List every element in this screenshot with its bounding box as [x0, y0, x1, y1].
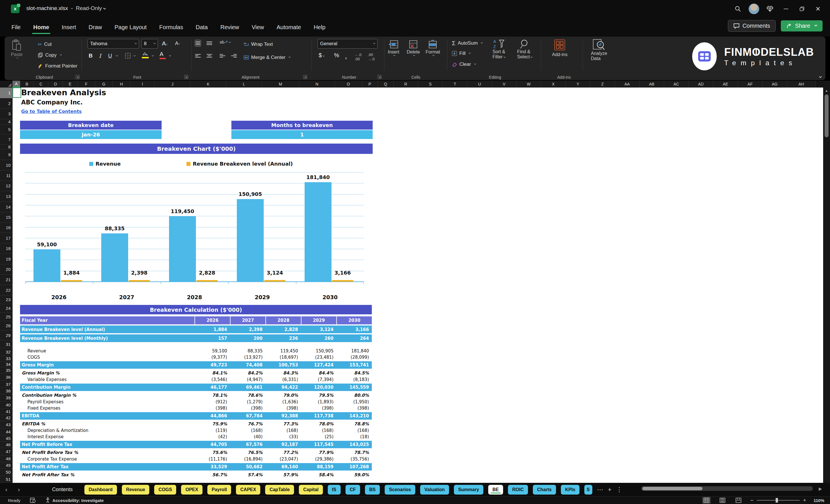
menu-tab-help[interactable]: Help [308, 21, 332, 33]
row-header-32[interactable]: 32 [0, 348, 12, 356]
sheet-tab-scenarios[interactable]: Scenarios [385, 485, 415, 495]
column-header-U[interactable]: U [467, 81, 492, 88]
row-header-48[interactable]: 48 [0, 455, 12, 462]
select-all-corner[interactable] [0, 81, 12, 88]
number-dialog-launcher[interactable]: ⇲ [378, 75, 382, 79]
premium-diamond-icon[interactable] [762, 0, 778, 18]
page-break-view-button[interactable] [734, 497, 743, 504]
column-header-W[interactable]: W [516, 81, 541, 88]
column-header-Y[interactable]: Y [566, 81, 590, 88]
sheet-tab-charts[interactable]: Charts [533, 485, 556, 495]
column-header-C[interactable]: C [34, 81, 48, 88]
fill-button[interactable]: Fill [452, 49, 471, 58]
column-header-H[interactable]: H [113, 81, 130, 88]
menu-tab-view[interactable]: View [246, 21, 270, 33]
account-avatar[interactable] [746, 0, 762, 18]
new-sheet-button[interactable]: + [608, 486, 611, 494]
column-header-M[interactable]: M [262, 81, 299, 88]
clipboard-dialog-launcher[interactable]: ⇲ [75, 75, 79, 79]
column-header-I[interactable]: I [130, 81, 155, 88]
column-header-L[interactable]: L [226, 81, 262, 88]
row-header-38[interactable]: 38 [0, 388, 12, 394]
column-header-AA[interactable]: AA [615, 81, 640, 88]
accounting-format-button[interactable]: $ [319, 52, 324, 59]
row-header-31[interactable]: 31 [0, 340, 12, 348]
row-header-1[interactable]: 1 [0, 88, 12, 98]
row-header-50[interactable]: 50 [0, 469, 12, 476]
sheet-tab-s[interactable]: S [584, 485, 592, 495]
row-header-12[interactable]: 12 [0, 181, 12, 191]
column-header-Z[interactable]: Z [590, 81, 615, 88]
menu-tab-automate[interactable]: Automate [270, 21, 308, 33]
alignment-dialog-launcher[interactable]: ⇲ [303, 75, 307, 79]
row-header-11[interactable]: 11 [0, 170, 12, 181]
row-header-19[interactable]: 19 [0, 254, 12, 264]
sheet-options-button[interactable]: ⋮ [616, 486, 622, 494]
chevron-down-icon[interactable] [103, 7, 106, 10]
column-header-AB[interactable]: AB [640, 81, 664, 88]
sheet-tab-valuation[interactable]: Valuation [420, 485, 449, 495]
close-button[interactable]: × [810, 0, 826, 18]
sheet-tab-capex[interactable]: CAPEX [236, 485, 260, 495]
column-header-S[interactable]: S [418, 81, 443, 88]
align-middle-button[interactable] [195, 40, 201, 46]
fill-color-button[interactable] [142, 52, 149, 58]
underline-options-chevron[interactable] [116, 54, 118, 56]
horizontal-scroll-thumb[interactable] [642, 487, 702, 490]
sheet-tab-revenue[interactable]: Revenue [122, 485, 150, 495]
find-select-button[interactable]: Find &Select [517, 39, 532, 60]
column-header-Q[interactable]: Q [378, 81, 393, 88]
sheet-tab-payroll[interactable]: Payroll [208, 485, 231, 495]
row-header-17[interactable]: 17 [0, 233, 12, 244]
zoom-slider[interactable]: − + [750, 497, 806, 503]
indent-decrease-button[interactable] [220, 53, 225, 58]
column-header-E[interactable]: E [63, 81, 77, 88]
row-header-18[interactable]: 18 [0, 244, 12, 254]
sheet-tab-cf[interactable]: CF [346, 485, 360, 495]
row-header-34[interactable]: 34 [0, 361, 12, 367]
zoom-level[interactable]: 110% [813, 498, 824, 503]
menu-tab-page-layout[interactable]: Page Layout [108, 21, 153, 33]
collapse-ribbon-chevron[interactable] [819, 75, 822, 78]
restore-button[interactable] [794, 0, 810, 18]
sheet-tab-summary[interactable]: Summary [454, 485, 483, 495]
row-header-45[interactable]: 45 [0, 435, 12, 442]
align-bottom-button[interactable] [206, 41, 212, 46]
increase-font-icon[interactable]: A˄ [162, 40, 168, 47]
row-header-25[interactable]: 25 [0, 313, 12, 321]
analyze-data-button[interactable]: AnalyzeData [591, 39, 607, 61]
autosum-button[interactable]: ΣAutoSum [452, 39, 482, 48]
accessibility-status[interactable]: Accessibility: Investigate [45, 497, 103, 503]
paste-button[interactable]: Paste [11, 39, 23, 59]
column-header-AH[interactable]: AH [787, 81, 816, 88]
delete-cells-button[interactable]: Delete [407, 40, 420, 57]
tab-scroll-left-arrow[interactable]: ‹ [0, 486, 12, 493]
row-header-46[interactable]: 46 [0, 442, 12, 448]
row-header-49[interactable]: 49 [0, 462, 12, 469]
column-header-P[interactable]: P [362, 81, 378, 88]
search-icon[interactable] [730, 0, 746, 18]
zoom-in-button[interactable]: + [803, 497, 806, 503]
column-header-G[interactable]: G [95, 81, 113, 88]
font-color-button[interactable]: A [160, 51, 166, 59]
column-header-D[interactable]: D [48, 81, 63, 88]
sheet-tab-opex[interactable]: OPEX [181, 485, 202, 495]
font-color-chevron[interactable] [169, 54, 171, 56]
font-family-select[interactable]: Tahoma [88, 39, 139, 49]
column-header-AG[interactable]: AG [763, 81, 787, 88]
column-header-AC[interactable]: AC [664, 81, 689, 88]
copy-button[interactable]: Copy [38, 51, 62, 60]
menu-tab-home[interactable]: Home [27, 21, 56, 33]
row-header-4[interactable]: 4 [0, 119, 12, 124]
column-header-B[interactable]: B [20, 81, 34, 88]
sheet-tab-captable[interactable]: CapTable [265, 485, 294, 495]
row-header-2[interactable]: 2 [0, 98, 12, 108]
row-header-44[interactable]: 44 [0, 429, 12, 435]
column-header-T[interactable]: T [443, 81, 467, 88]
row-header-29[interactable]: 29 [0, 330, 12, 340]
align-center-button[interactable] [206, 53, 212, 58]
insert-cells-button[interactable]: Insert [388, 40, 399, 57]
sheet-tab-contents[interactable]: Contents [45, 485, 79, 495]
menu-tab-data[interactable]: Data [189, 21, 214, 33]
vertical-scroll-thumb[interactable] [825, 94, 829, 137]
